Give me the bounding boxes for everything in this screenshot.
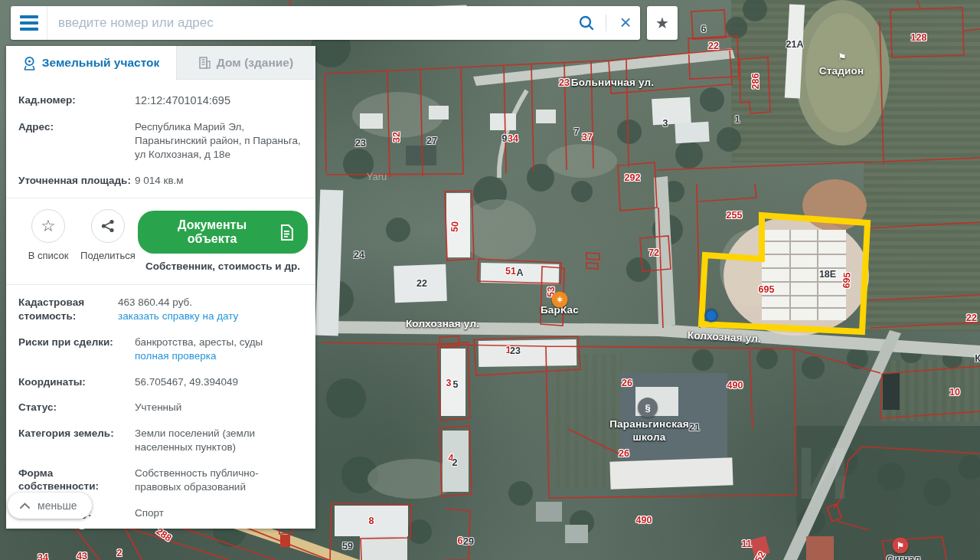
favorites-button[interactable]: ★	[647, 6, 678, 40]
area-label: Уточненная площадь:	[18, 174, 135, 188]
map-label-parcel[interactable]: 3	[446, 378, 452, 388]
status-value: Учтенный	[135, 401, 181, 414]
map-label-parcel[interactable]: 23	[559, 77, 570, 88]
map-label-parcel[interactable]: 695	[759, 284, 775, 295]
map-label-parcel[interactable]: 490	[636, 515, 652, 526]
map-label-parcel[interactable]: 3	[663, 118, 668, 129]
map-label-parcel[interactable]: 10	[949, 387, 960, 398]
map-label-parcel[interactable]: 43	[77, 551, 87, 560]
search-icon[interactable]	[572, 15, 601, 31]
map-label-parcel[interactable]: К	[975, 353, 980, 364]
map-label-parcel[interactable]: 21	[689, 422, 700, 433]
map-label-parcel[interactable]: 18Е	[819, 269, 836, 280]
map-label-parcel[interactable]: 23	[510, 345, 521, 356]
address-value: Республика Марий Эл, Параньгинский район…	[135, 120, 303, 161]
by-document-value: Спорт	[135, 506, 164, 520]
map-label-parcel[interactable]: 7	[574, 126, 580, 137]
area-row: Уточненная площадь: 9 014 кв.м	[6, 168, 315, 194]
collapse-panel-button[interactable]: меньше	[8, 493, 92, 519]
add-to-list-button[interactable]: ☆ В список	[18, 209, 78, 261]
map-label-parcel[interactable]: 2	[117, 548, 122, 558]
map-label-street: школа	[633, 431, 666, 443]
map-label-parcel[interactable]: 24	[354, 250, 364, 260]
add-to-list-label: В список	[28, 250, 69, 261]
cost-report-link[interactable]: заказать справку на дату	[118, 310, 238, 322]
map-label-parcel[interactable]: 29	[463, 536, 474, 547]
map-label-parcel[interactable]: 1	[735, 114, 740, 125]
coordinates-row: Координаты: 56.705467, 49.394049	[6, 369, 315, 395]
flag-marker[interactable]: ⚑	[893, 538, 909, 554]
map-label-parcel[interactable]: 27	[426, 136, 437, 146]
map-label-parcel[interactable]: 11	[741, 539, 751, 549]
map-label-parcel[interactable]: 8	[369, 516, 374, 526]
map-label-parcel[interactable]: 695	[841, 272, 852, 289]
map-label-parcel[interactable]: Сигнал	[887, 554, 920, 560]
star-icon: ★	[655, 14, 669, 32]
map-label-parcel[interactable]: 26	[619, 448, 629, 459]
map-label-parcel[interactable]: 22	[416, 278, 427, 289]
cost-value: 463 860.44 руб.	[118, 296, 192, 308]
map-label-parcel[interactable]: 34	[508, 133, 518, 144]
map-label-parcel[interactable]: 21А	[786, 39, 804, 50]
cad-number-label: Кад.номер:	[18, 93, 135, 108]
tabs: Земельный участок Дом (здание)	[6, 46, 315, 80]
map-label-parcel[interactable]: 72	[648, 247, 659, 258]
share-button[interactable]: Поделиться	[78, 209, 138, 261]
map-label-parcel[interactable]: 292	[625, 172, 641, 183]
cafe-marker[interactable]: ✶	[552, 292, 568, 308]
object-documents-label: Документы объекта	[152, 218, 273, 246]
tab-building[interactable]: Дом (здание)	[176, 46, 315, 80]
map-label-street: Колхозная ул.	[406, 318, 479, 329]
map-label-parcel[interactable]: 50	[449, 221, 460, 232]
parcel-info-panel: Земельный участок Дом (здание) Кад.номер…	[6, 46, 315, 529]
map-label-parcel[interactable]: 26	[622, 378, 632, 388]
map-label-street: Больничная ул.	[571, 77, 655, 88]
map-label-parcel[interactable]: А	[516, 267, 523, 278]
map-label-parcel[interactable]: 6	[701, 24, 707, 34]
share-label: Поделиться	[80, 250, 136, 261]
map-pin-icon	[23, 56, 36, 70]
map-label-parcel[interactable]: 59	[342, 541, 353, 552]
flag-icon: ⚑	[893, 538, 909, 554]
stadium-marker[interactable]: ⚑	[838, 51, 847, 63]
divider	[606, 15, 606, 31]
search-bar: ×	[11, 6, 640, 40]
map-label-parcel[interactable]: 490	[727, 380, 743, 391]
map-label-parcel[interactable]: 37	[582, 132, 593, 142]
search-input[interactable]	[47, 6, 572, 40]
tab-land-parcel[interactable]: Земельный участок	[6, 46, 176, 80]
map-label-parcel[interactable]: 255	[727, 210, 743, 221]
building-icon	[199, 57, 211, 69]
star-outline-icon: ☆	[41, 217, 56, 235]
map-label-parcel[interactable]: 22	[966, 313, 977, 323]
clear-search-icon[interactable]: ×	[611, 12, 640, 34]
map-label-parcel[interactable]: 128	[911, 32, 927, 43]
school-marker[interactable]: §	[638, 398, 658, 418]
map-label-parcel[interactable]: 286	[750, 74, 761, 90]
selected-point-icon	[705, 309, 718, 323]
object-documents-button[interactable]: Документы объекта	[138, 211, 308, 254]
document-icon	[279, 224, 294, 241]
map-label-parcel: Yaru	[367, 171, 387, 182]
map-label-parcel[interactable]: 2	[452, 457, 458, 468]
status-row: Статус: Учтенный	[6, 395, 315, 421]
ownership-label: Форма собственности:	[18, 467, 135, 494]
map-label-parcel[interactable]: 5	[453, 379, 459, 390]
full-check-link[interactable]: полная проверка	[135, 350, 217, 362]
hamburger-menu-icon[interactable]	[11, 6, 47, 40]
tab-land-label: Земельный участок	[42, 56, 160, 70]
map-label-parcel[interactable]: 9	[502, 133, 508, 144]
map-label-parcel[interactable]: 22	[708, 41, 719, 51]
map-label-parcel[interactable]: 23	[355, 138, 366, 149]
map-label-parcel[interactable]: 51	[505, 266, 516, 277]
map-label-parcel[interactable]: 6	[458, 535, 463, 546]
address-label: Адрес:	[18, 120, 135, 161]
share-icon	[101, 219, 115, 233]
map-label-street: Параньгинская	[609, 418, 689, 430]
ownership-value: Собственность публично-правовых образова…	[135, 467, 303, 494]
coordinates-label: Координаты:	[18, 375, 135, 389]
map-label-parcel[interactable]: 34	[38, 552, 48, 560]
map-label-parcel[interactable]: 32	[391, 132, 402, 142]
cad-number-link[interactable]: 12:12:4701014:695	[135, 93, 230, 108]
chevron-up-icon	[20, 503, 30, 509]
